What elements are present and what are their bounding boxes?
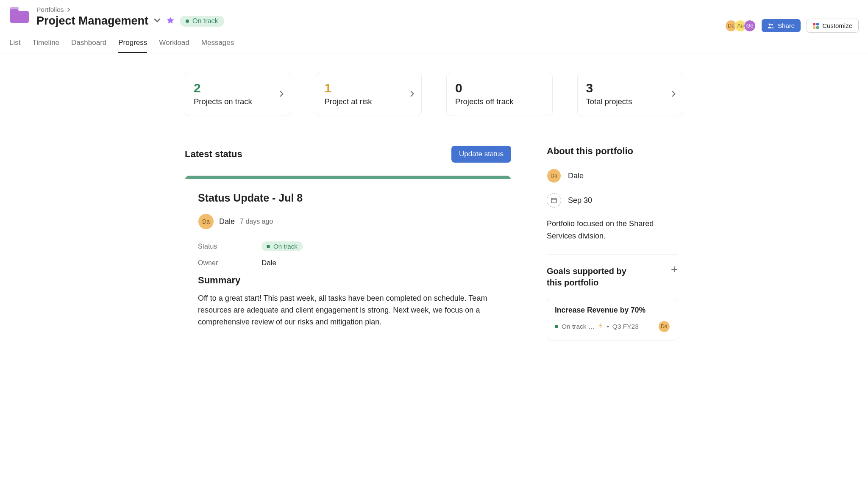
customize-button-label: Customize [822, 22, 852, 29]
svg-rect-2 [551, 198, 556, 203]
member-avatars[interactable]: Da Au Ge [725, 20, 756, 32]
chevron-right-icon [279, 91, 284, 99]
customize-button[interactable]: Customize [807, 19, 859, 33]
grid-icon [813, 23, 819, 29]
about-date: Sep 30 [568, 196, 592, 205]
chevron-right-icon [409, 91, 415, 99]
owner-field-label: Owner [198, 259, 262, 267]
chevron-right-icon [671, 91, 676, 99]
tab-timeline[interactable]: Timeline [32, 39, 59, 53]
about-date-row[interactable]: Sep 30 [547, 193, 678, 208]
goal-owner-avatar: Da [658, 321, 670, 332]
status-pill[interactable]: On track [180, 16, 224, 27]
calendar-icon [547, 193, 561, 208]
svg-point-1 [771, 23, 773, 25]
favorite-star-icon[interactable] [166, 16, 175, 26]
goal-status: On track … [562, 323, 595, 330]
share-button[interactable]: Share [762, 19, 801, 32]
author-avatar[interactable]: Da [198, 213, 214, 230]
svg-point-0 [769, 23, 771, 25]
page-title: Project Management [36, 14, 148, 28]
status-dot-icon [186, 19, 189, 23]
status-timestamp: 7 days ago [240, 218, 273, 225]
stat-number: 2 [194, 82, 282, 94]
latest-status-heading: Latest status [185, 149, 242, 160]
goal-card[interactable]: Increase Revenue by 70% On track … • Q3 … [547, 298, 678, 341]
tab-dashboard[interactable]: Dashboard [71, 39, 106, 53]
stat-number: 3 [586, 82, 675, 94]
about-heading: About this portfolio [547, 146, 678, 157]
tab-workload[interactable]: Workload [159, 39, 189, 53]
status-update-title: Status Update - Jul 8 [198, 192, 498, 204]
bolt-icon [598, 323, 603, 330]
about-description: Portfolio focused on the Shared Services… [547, 218, 678, 242]
about-owner-name: Dale [568, 172, 584, 180]
tab-list[interactable]: List [9, 39, 20, 53]
bullet-separator: • [606, 323, 609, 330]
stat-card-at-risk[interactable]: 1 Project at risk [316, 73, 422, 116]
breadcrumb[interactable]: Portfolios [36, 6, 224, 14]
breadcrumb-root[interactable]: Portfolios [36, 6, 64, 14]
stat-label: Projects on track [194, 97, 282, 106]
status-color-bar [185, 176, 511, 179]
tab-progress[interactable]: Progress [118, 39, 147, 53]
goal-name: Increase Revenue by 70% [555, 306, 670, 315]
share-button-label: Share [778, 22, 795, 29]
portfolio-folder-icon [9, 6, 30, 25]
tab-messages[interactable]: Messages [201, 39, 234, 53]
avatar[interactable]: Ge [744, 20, 756, 32]
owner-value: Dale [262, 259, 276, 267]
stat-number: 0 [455, 82, 544, 94]
status-value-text: On track [273, 243, 298, 250]
stat-number: 1 [325, 82, 413, 94]
status-pill-label: On track [192, 17, 218, 25]
stat-card-total[interactable]: 3 Total projects [577, 73, 684, 116]
update-status-button[interactable]: Update status [451, 146, 511, 163]
tabs: List Timeline Dashboard Progress Workloa… [0, 33, 868, 53]
stat-card-on-track[interactable]: 2 Projects on track [185, 73, 291, 116]
divider [547, 254, 678, 255]
status-dot-icon [555, 325, 558, 328]
status-value-pill: On track [262, 241, 303, 251]
summary-text: Off to a great start! This past week, al… [198, 293, 495, 328]
stat-label: Total projects [586, 97, 675, 106]
status-dot-icon [267, 245, 270, 248]
owner-avatar: Da [547, 169, 561, 183]
summary-heading: Summary [198, 275, 498, 286]
chevron-right-icon [67, 6, 71, 14]
title-dropdown[interactable] [153, 17, 161, 25]
author-name: Dale [219, 217, 235, 226]
goals-heading: Goals supported by this portfolio [547, 266, 632, 288]
add-goal-button[interactable] [670, 266, 678, 275]
stat-label: Projects off track [455, 97, 544, 106]
stat-label: Project at risk [325, 97, 413, 106]
status-field-label: Status [198, 243, 262, 250]
stat-card-off-track[interactable]: 0 Projects off track [446, 73, 553, 116]
people-icon [768, 23, 774, 29]
status-update-card[interactable]: Status Update - Jul 8 Da Dale 7 days ago… [185, 175, 511, 332]
about-owner-row[interactable]: Da Dale [547, 169, 678, 183]
goal-period: Q3 FY23 [612, 323, 639, 330]
